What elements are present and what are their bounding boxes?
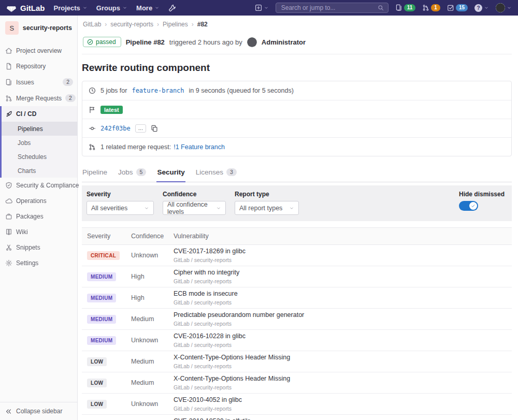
menu-more[interactable]: More — [136, 4, 160, 12]
vulnerability-project: GitLab / security-reports — [174, 299, 512, 306]
chevron-down-icon — [264, 5, 269, 10]
collapse-sidebar-button[interactable]: Collapse sidebar — [0, 402, 77, 420]
sidebar-section: Repository — [0, 59, 77, 74]
tab-jobs[interactable]: Jobs5 — [118, 164, 147, 182]
copy-icon[interactable] — [151, 125, 158, 132]
menu-projects[interactable]: Projects — [54, 4, 88, 12]
severity-filter-dropdown[interactable]: All severities — [87, 201, 154, 215]
breadcrumb-item[interactable]: security-reports — [110, 21, 153, 28]
sidebar-item-issues[interactable]: Issues2 — [0, 74, 77, 90]
merge-requests-counter[interactable]: 1 — [422, 4, 440, 11]
sidebar-item-ci-cd[interactable]: CI / CD — [2, 106, 77, 122]
author-name[interactable]: Administrator — [262, 38, 306, 46]
sidebar-item-security-compliance[interactable]: Security & Compliance — [0, 178, 77, 193]
table-header-row: Severity Confidence Vulnerability — [82, 227, 512, 245]
help-menu-button[interactable]: ? — [474, 4, 489, 12]
vulnerability-cell: CVE-2010-4052 in glibcGitLab / security-… — [174, 396, 512, 412]
merge-icon — [5, 95, 12, 102]
flag-icon — [89, 106, 96, 113]
gitlab-logo[interactable]: GitLab — [6, 3, 45, 13]
project-header[interactable]: S security-reports — [0, 16, 77, 43]
sidebar-item-wiki[interactable]: Wiki — [0, 224, 77, 240]
vulnerability-title[interactable]: Cipher with no integrity — [174, 269, 512, 277]
sidebar-item-settings[interactable]: Settings — [0, 255, 77, 271]
issues-counter[interactable]: 11 — [395, 4, 416, 11]
commit-sha-link[interactable]: 242f03be — [100, 125, 131, 132]
vulnerability-row[interactable]: LOWMediumX-Content-Type-Options Header M… — [82, 351, 512, 372]
sidebar-item-operations[interactable]: Operations — [0, 193, 77, 209]
confidence-filter-dropdown[interactable]: All confidence levels — [163, 201, 226, 215]
sidebar-item-repository[interactable]: Repository — [0, 59, 77, 74]
sidebar-count-badge: 2 — [65, 94, 76, 102]
vulnerability-title[interactable]: Predictable pseudorandom number generato… — [174, 311, 512, 319]
hide-dismissed-label: Hide dismissed — [459, 191, 505, 198]
commit-description-toggle[interactable]: ... — [135, 124, 146, 133]
severity-badge: MEDIUM — [87, 336, 116, 345]
sidebar-item-packages[interactable]: Packages — [0, 209, 77, 224]
jobs-summary-post: in 9 seconds (queued for 5 seconds) — [189, 87, 294, 94]
latest-badge[interactable]: latest — [100, 106, 123, 114]
search-input[interactable] — [280, 4, 375, 12]
menu-groups[interactable]: Groups — [96, 4, 127, 12]
sidebar-item-snippets[interactable]: Snippets — [0, 240, 77, 255]
vulnerability-row[interactable]: LOWUnknownCVE-2010-4052 in glibcGitLab /… — [82, 394, 512, 415]
admin-area-icon[interactable] — [168, 4, 176, 12]
search-box — [276, 3, 388, 13]
pipeline-status-badge[interactable]: passed — [83, 37, 121, 47]
vulnerability-row[interactable]: MEDIUMMediumPredictable pseudorandom num… — [82, 309, 512, 330]
sidebar-subitem-pipelines[interactable]: Pipelines — [2, 122, 77, 136]
vulnerability-row[interactable]: MEDIUMUnknownCVE-2016-10228 in glibcGitL… — [82, 330, 512, 351]
vulnerability-row[interactable]: CRITICALUnknownCVE-2017-18269 in glibcGi… — [82, 245, 512, 266]
vulnerability-row[interactable]: MEDIUMHighECB mode is insecureGitLab / s… — [82, 287, 512, 309]
related-mr-link[interactable]: !1 Feature branch — [174, 143, 225, 151]
menu-label: Groups — [96, 4, 120, 12]
vulnerability-title[interactable]: ECB mode is insecure — [174, 290, 512, 298]
vulnerability-project: GitLab / security-reports — [174, 342, 512, 348]
sidebar-item-merge-requests[interactable]: Merge Requests2 — [0, 90, 77, 106]
new-menu-button[interactable] — [255, 4, 269, 11]
vulnerability-cell: CVE-2016-10228 in glibcGitLab / security… — [174, 332, 512, 348]
user-menu-button[interactable] — [496, 3, 512, 12]
vulnerability-cell: CVE-2017-18269 in glibcGitLab / security… — [174, 248, 512, 263]
tab-licenses[interactable]: Licenses3 — [195, 164, 237, 182]
chevron-down-icon — [122, 5, 127, 10]
vulnerability-title[interactable]: CVE-2016-10228 in glibc — [174, 332, 512, 340]
merge-request-icon — [89, 143, 96, 151]
author-avatar[interactable] — [247, 37, 257, 47]
vulnerability-title[interactable]: CVE-2010-4052 in glibc — [174, 396, 512, 404]
vulnerability-row[interactable]: MEDIUMHighCipher with no integrityGitLab… — [82, 266, 512, 287]
chevron-down-icon — [484, 5, 489, 10]
sidebar-item-label: Security & Compliance — [16, 182, 79, 189]
sidebar-item-project-overview[interactable]: Project overview — [0, 43, 77, 59]
confidence-value: High — [131, 294, 174, 301]
chevron-down-icon — [144, 206, 149, 211]
report-type-filter-label: Report type — [235, 191, 299, 198]
hide-dismissed-toggle[interactable] — [459, 201, 478, 211]
sidebar-item-label: CI / CD — [16, 110, 36, 118]
sidebar-subitem-jobs[interactable]: Jobs — [2, 136, 77, 150]
commit-title: Rewrite routing component — [82, 62, 512, 74]
todos-counter[interactable]: 15 — [447, 4, 468, 11]
vulnerability-title[interactable]: X-Content-Type-Options Header Missing — [174, 354, 512, 361]
branch-link[interactable]: feature-branch — [132, 87, 184, 94]
tab-label: Licenses — [196, 168, 223, 176]
breadcrumb-item[interactable]: GitLab — [83, 21, 101, 28]
sidebar-subitem-schedules[interactable]: Schedules — [2, 150, 77, 164]
sidebar-subitem-charts[interactable]: Charts — [2, 164, 77, 178]
breadcrumb-item[interactable]: Pipelines — [163, 21, 188, 28]
vulnerability-title[interactable]: CVE-2018-18520 in elfutils — [174, 417, 512, 420]
confidence-value: Medium — [131, 358, 174, 365]
tanuki-icon — [6, 3, 17, 13]
breadcrumb-separator: › — [192, 21, 194, 28]
report-type-filter-dropdown[interactable]: All report types — [235, 201, 299, 215]
vulnerability-row[interactable]: LOWMediumX-Content-Type-Options Header M… — [82, 372, 512, 394]
merge-requests-count-badge: 1 — [431, 4, 440, 11]
tab-security[interactable]: Security — [156, 164, 185, 182]
severity-badge: LOW — [87, 357, 107, 366]
vulnerability-title[interactable]: X-Content-Type-Options Header Missing — [174, 375, 512, 383]
vulnerability-row[interactable]: LOWUnknownCVE-2018-18520 in elfutilsGitL… — [82, 415, 512, 420]
breadcrumb-item[interactable]: #82 — [197, 21, 208, 28]
tab-pipeline[interactable]: Pipeline — [82, 164, 108, 182]
vulnerability-title[interactable]: CVE-2017-18269 in glibc — [174, 248, 512, 255]
vulnerability-cell: X-Content-Type-Options Header MissingGit… — [174, 375, 512, 390]
